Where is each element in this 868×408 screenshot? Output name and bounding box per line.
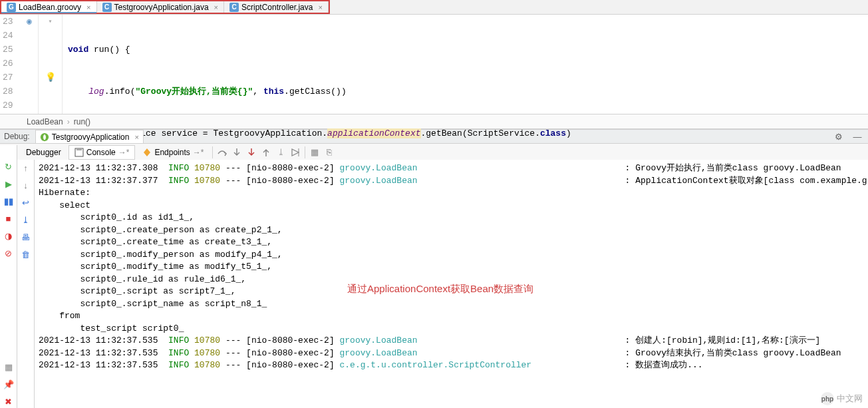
trace-current-stream-icon[interactable]: ⎘ xyxy=(323,146,336,159)
log-text: 2021-12-13 11:32:37.535 xyxy=(39,348,168,358)
log-text: INFO xyxy=(168,348,189,358)
tab-label: TestgroovyApplication.java xyxy=(114,3,209,12)
console-tab[interactable]: Console →* xyxy=(69,145,136,160)
override-gutter-icon[interactable]: ◉ xyxy=(23,15,35,29)
console-output[interactable]: 2021-12-13 11:32:37.308 INFO 10780 --- [… xyxy=(35,160,868,408)
minimize-icon[interactable]: — xyxy=(851,130,864,143)
log-text: --- [nio-8080-exec-2] xyxy=(220,163,339,173)
lightbulb-icon[interactable]: 💡 xyxy=(45,71,56,85)
log-text: script0_.modify_person as modify_p4_1_, xyxy=(39,250,283,260)
debug-left-toolbar: ↻ ▶ ▮▮ ■ ◑ ⊘ ▦ 📌 ✖ xyxy=(0,145,17,408)
tab-loadbean[interactable]: G LoadBean.groovy × xyxy=(1,1,97,13)
up-stack-icon[interactable]: ↑ xyxy=(19,161,33,174)
spring-boot-icon xyxy=(40,132,49,142)
console-left-toolbar: ↑ ↓ ↩ ⤓ 🖶 🗑 xyxy=(17,160,35,408)
line-no: 27 xyxy=(3,71,13,85)
log-text: test_script script0_ xyxy=(39,323,184,333)
layout-settings-icon[interactable]: ▦ xyxy=(2,360,15,373)
tab-label: ScriptController.java xyxy=(241,3,313,12)
watermark-text: 中文网 xyxy=(837,393,863,405)
log-text: script0_.id as id1_1_, xyxy=(39,212,194,222)
watermark-logo-icon: php xyxy=(821,392,834,405)
pin-tab-icon[interactable]: 📌 xyxy=(2,377,15,391)
collapse-icon[interactable]: ▾ xyxy=(48,15,52,29)
log-text: INFO xyxy=(168,335,189,345)
code-text: run() { xyxy=(88,45,130,55)
log-text: 2021-12-13 11:32:37.535 xyxy=(39,360,168,370)
separator xyxy=(305,146,305,158)
log-text: script0_.create_time as create_t3_1_, xyxy=(39,237,272,247)
log-text: groovy.LoadBean xyxy=(340,163,418,173)
tab-label: Console xyxy=(86,148,116,157)
stop-icon[interactable]: ■ xyxy=(2,212,15,225)
soft-wrap-icon[interactable]: ↩ xyxy=(19,196,33,209)
clear-all-icon[interactable]: 🗑 xyxy=(19,248,33,261)
line-no: 23 xyxy=(3,15,13,29)
tab-label: LoadBean.groovy xyxy=(19,3,81,12)
step-out-icon[interactable] xyxy=(259,146,273,159)
code-content[interactable]: void run() { log.info("Groovy开始执行,当前类{}"… xyxy=(63,15,868,114)
evaluate-expression-icon[interactable]: ▦ xyxy=(308,146,321,159)
log-text: INFO xyxy=(168,163,189,173)
endpoints-tab[interactable]: Endpoints →* xyxy=(136,145,210,160)
close-icon[interactable]: × xyxy=(214,3,218,11)
step-into-icon[interactable] xyxy=(230,146,243,159)
log-text: select xyxy=(39,200,90,210)
log-text: from xyxy=(39,311,80,321)
tab-testgroovyapp[interactable]: C TestgroovyApplication.java × xyxy=(97,1,225,13)
log-text: 10780 xyxy=(189,176,220,186)
step-over-icon[interactable] xyxy=(216,146,229,159)
log-text: 10780 xyxy=(189,348,220,358)
log-text: script0_.modify_time as modify_t5_1_, xyxy=(39,262,272,272)
watermark: php 中文网 xyxy=(821,392,863,405)
code-text: .info( xyxy=(104,87,136,97)
close-icon[interactable]: × xyxy=(134,133,138,141)
code-editor[interactable]: 23◉ 24 25 26 27 28 29 ▾ 💡 void run() { l… xyxy=(0,15,868,114)
gear-icon[interactable]: ⚙ xyxy=(832,130,845,143)
code-text: this xyxy=(263,87,284,97)
editor-tab-bar: G LoadBean.groovy × C TestgroovyApplicat… xyxy=(0,0,868,15)
log-text: INFO xyxy=(168,176,189,186)
log-text: 2021-12-13 11:32:37.308 xyxy=(39,163,168,173)
log-text: : ApplicationContext获取对象[class com.examp… xyxy=(418,176,868,186)
pin-icon[interactable]: →* xyxy=(193,148,204,157)
code-text: void xyxy=(68,45,88,55)
run-to-cursor-icon[interactable] xyxy=(289,146,302,159)
line-no: 24 xyxy=(3,29,13,43)
log-text: 2021-12-13 11:32:37.535 xyxy=(39,335,168,345)
log-text: : 创建人:[robin],规则id:[1],名称:[演示一] xyxy=(418,335,821,345)
down-stack-icon[interactable]: ↓ xyxy=(19,178,33,192)
scroll-to-end-icon[interactable]: ⤓ xyxy=(19,213,33,226)
code-text: , xyxy=(253,87,263,97)
pause-icon[interactable]: ▮▮ xyxy=(2,194,15,208)
breadcrumb-class[interactable]: LoadBean xyxy=(27,117,63,126)
user-annotation-text: 通过ApplicationContext获取Bean数据查询 xyxy=(347,283,533,296)
code-text: ) xyxy=(566,128,571,138)
debugger-tab[interactable]: Debugger xyxy=(20,145,67,160)
print-icon[interactable]: 🖶 xyxy=(19,230,33,244)
view-breakpoints-icon[interactable]: ◑ xyxy=(2,229,15,242)
log-text: 10780 xyxy=(189,360,220,370)
force-step-into-icon[interactable] xyxy=(245,146,258,159)
drop-frame-icon[interactable]: ⤓ xyxy=(274,146,287,159)
log-text: 10780 xyxy=(189,335,220,345)
log-text: : Groovy开始执行,当前类class groovy.LoadBean xyxy=(418,163,841,173)
rerun-icon[interactable]: ↻ xyxy=(2,160,15,173)
line-no: 25 xyxy=(3,43,13,57)
mute-breakpoints-icon[interactable]: ⊘ xyxy=(2,246,15,260)
close-debug-icon[interactable]: ✖ xyxy=(2,395,15,408)
close-icon[interactable]: × xyxy=(318,3,322,11)
log-text: 10780 xyxy=(189,163,220,173)
console-icon xyxy=(74,148,84,157)
run-configuration-tab[interactable]: TestgroovyApplication × xyxy=(35,130,144,143)
separator xyxy=(212,146,213,158)
highlighted-tabs-box: G LoadBean.groovy × C TestgroovyApplicat… xyxy=(0,0,330,14)
pin-icon[interactable]: →* xyxy=(118,148,130,157)
close-icon[interactable]: × xyxy=(86,3,90,11)
code-text: "Groovy开始执行,当前类{}" xyxy=(135,87,253,97)
breadcrumb-method[interactable]: run() xyxy=(74,117,90,126)
line-no: 28 xyxy=(3,85,13,99)
resume-icon[interactable]: ▶ xyxy=(2,177,15,190)
code-text: applicationContext xyxy=(327,128,420,138)
tab-scriptcontroller[interactable]: C ScriptController.java × xyxy=(224,1,329,13)
